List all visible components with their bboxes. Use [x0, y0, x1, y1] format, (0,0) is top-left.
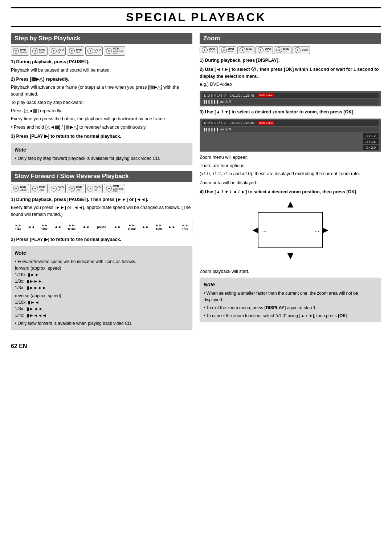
- dvd-display-mockup-2: 1/ 1/ 5 ▽ 1/ 5 ▽ 0:01:00 / 1:23:45 DVD V…: [200, 118, 381, 152]
- note-fwd-speed-label: forward (approx. speed): [15, 265, 188, 271]
- zoom-options-detail: (x1.0, x1.2, x1.5 and x2.0), these are d…: [200, 170, 381, 177]
- left-column: Step by Step Playback DVDVIDEO DVD+RW DV…: [11, 33, 192, 336]
- zoom-options-note: There are four options: [200, 162, 381, 169]
- page-title: SPECIAL PLAYBACK: [11, 7, 381, 27]
- disc-dvd-rw-plus-2: DVD+RW: [30, 184, 48, 193]
- disc-dvd-r-minus-3: DVD-R: [274, 46, 291, 54]
- backward-intro: To play back step by step backward:: [11, 99, 192, 106]
- page-footer: 62 EN: [11, 343, 381, 350]
- zoom-note-1: • When selecting a smaller factor than t…: [204, 290, 377, 303]
- step-by-step-note: Note • Only step by step forward playbac…: [11, 143, 192, 165]
- zoom-step3-title: 3) Use [▲ / ▼] to select a desired zoom …: [200, 109, 355, 114]
- disc-vcd-2: VCDWITHOUTPBC: [104, 184, 125, 193]
- display-time-2: 0:01:00 / 1:23:45: [230, 121, 254, 125]
- zoom-step4-title: 4) Use [▲ / ▼ / ◄ / ►] to select a desir…: [200, 189, 358, 194]
- zoom-playback-text: Zoom playback will start.: [200, 268, 381, 275]
- dvd-display-mockup-1: 1/ 1/ 5 ▽ 1/ 5 ▽ 0:01:00 / 1:23:45 DVD V…: [200, 91, 381, 106]
- disc-dvd-video: DVDVIDEO: [11, 46, 29, 56]
- note-label-3: Note: [204, 281, 377, 289]
- disc-dvd-rw-minus: DVD-RW: [67, 46, 84, 56]
- zoom-option-2x0: □ x 2.0: [363, 145, 379, 150]
- disc-dvd-r-minus-2: DVD-R: [85, 184, 103, 193]
- zoom-step3-wrapper: 3) Use [▲ / ▼] to select a desired zoom …: [200, 109, 381, 116]
- zoom-area-text: Zoom area will be displayed.: [200, 180, 381, 186]
- slow-step2: 2) Press [PLAY ▶] to return to the norma…: [11, 236, 192, 243]
- up-arrow-icon: ▲: [285, 199, 295, 209]
- display-time-1: 0:01:00 / 1:23:45: [230, 94, 254, 97]
- disc-dvd-r-plus-2: DVD+R: [49, 184, 66, 193]
- zoom-note-2: • To exit the zoom menu, press [DISPLAY]…: [204, 305, 377, 311]
- zoom-option-1x2: □ x 1.2: [363, 133, 379, 138]
- note-rev-1-16: 1/16x: ▮►◄: [15, 299, 188, 306]
- disc-dvd-video-2: DVDVIDEO: [11, 184, 29, 193]
- zoom-step2-title: 2) Use [◄ / ►] to select Ⓥ , then press …: [200, 67, 379, 79]
- left-arrow-icon: ◄: [250, 224, 261, 236]
- step1-body: Playback will be paused and sound will b…: [11, 67, 192, 74]
- left-dots: …: [262, 227, 266, 233]
- step-by-step-section: Step by Step Playback DVDVIDEO DVD+RW DV…: [11, 33, 192, 165]
- step-by-step-instructions: 1) During playback, press [PAUSEⅡ]. Play…: [11, 59, 192, 140]
- disc-dvd-r-plus: DVD+R: [49, 46, 66, 56]
- right-column: Zoom DVDVIDEO DVD+RW DVD+R DVD-RW: [200, 33, 381, 336]
- zoom-title: Zoom: [200, 33, 381, 44]
- zoom-note: Note • When selecting a smaller factor t…: [200, 278, 381, 322]
- step2-title: 2) Press [▩▶△] repeatedly.: [11, 77, 69, 82]
- zoom-position-diagram: ▲ ▼ ◄ … ► …: [250, 199, 330, 261]
- note-label-1: Note: [15, 146, 188, 154]
- display-dvd-label-2: DVD Video: [258, 121, 274, 125]
- right-dots: …: [314, 227, 319, 233]
- note-fwd-1-8: 1/8x: ▮►►►: [15, 278, 188, 285]
- disc-dvd-rw-plus: DVD+RW: [30, 46, 48, 56]
- zoom-option-1x5: □ x 1.5: [363, 139, 379, 144]
- zoom-box: [258, 212, 323, 248]
- disc-icons-row1: DVDVIDEO DVD+RW DVD+R DVD-RW DVD-R: [11, 46, 192, 56]
- disc-icons-row2: DVDVIDEO DVD+RW DVD+R DVD-RW DVD-R: [11, 184, 192, 193]
- slow-forward-section: Slow Forward / Slow Reverse Playback DVD…: [11, 171, 192, 330]
- right-arrow-icon: ►: [320, 224, 330, 236]
- zoom-step1-title: 1) During playback, press [DISPLAY].: [200, 58, 279, 63]
- disc-icons-row3: DVDVIDEO DVD+RW DVD+R DVD-RW DVD-R: [200, 46, 381, 54]
- note-label-2: Note: [15, 249, 188, 257]
- note-body-1: • Only step by step forward playback is …: [15, 155, 188, 162]
- disc-dvd-rw-plus-3: DVD+RW: [219, 46, 236, 54]
- display-info-1: 1/ 1/ 5 ▽ 1/ 5 ▽: [204, 94, 226, 97]
- slow-step2-title: 2) Press [PLAY ▶] to return to the norma…: [11, 237, 121, 242]
- disc-dvd-r-plus-3: DVD+R: [237, 46, 255, 54]
- zoom-menu-appear: Zoom menu will appear.: [200, 154, 381, 161]
- disc-dvd-rw-minus-2: DVD-RW: [67, 184, 84, 193]
- step2-body: Playback will advance one frame (or step…: [11, 84, 192, 98]
- display-controls-2: ▌▌ ▌ ▌ ▌ ▌ NR Ⓥ 🔍: [204, 128, 232, 132]
- zoom-section: Zoom DVDVIDEO DVD+RW DVD+R DVD-RW: [200, 33, 381, 322]
- slow-forward-note: Note • Forward/reverse speed will be ind…: [11, 246, 192, 330]
- slow-forward-title: Slow Forward / Slow Reverse Playback: [11, 171, 192, 182]
- disc-dvd-r-minus: DVD-R: [85, 46, 103, 56]
- note-slow-fwd-only: • Only slow forward is available when pl…: [15, 320, 188, 327]
- display-info-2: 1/ 1/ 5 ▽ 1/ 5 ▽: [204, 121, 226, 125]
- slow-step1-title: 1) During playback, press [PAUSEⅡ]. Then…: [11, 197, 148, 202]
- backward-body: Every time you press the button, the pla…: [11, 116, 192, 122]
- step1-title: 1) During playback, press [PAUSEⅡ].: [11, 59, 89, 64]
- step3-title: 3) Press [PLAY ▶] to return to the norma…: [11, 134, 121, 139]
- note-fwd-1-3: 1/3x: ▮►►►►: [15, 285, 188, 291]
- note-rev-1-8: 1/8x: ▮►◄◄: [15, 306, 188, 312]
- zoom-menu-info: Zoom menu will appear. There are four op…: [200, 154, 381, 196]
- slow-forward-instructions: 1) During playback, press [PAUSEⅡ]. Then…: [11, 196, 192, 218]
- speed-diagram: ►► 1/4x ◄◄ ►► 1/8x ◄◄ ►► 1/16x ◄◄ pause: [11, 221, 192, 233]
- step-by-step-title: Step by Step Playback: [11, 33, 192, 44]
- hold-note: • Press and hold [△◄▩] / [▩▶△] to revers…: [11, 124, 192, 131]
- zoom-playback-start: Zoom playback will start.: [200, 268, 381, 275]
- display-controls: ▌▌ ▌ ▌ ▌ ▌ NR Ⓥ 🔍: [204, 100, 232, 104]
- zoom-instructions: 1) During playback, press [DISPLAY]. 2) …: [200, 57, 381, 88]
- note-rev-1-4: 1/4x: ▮►◄◄◄: [15, 312, 188, 319]
- disc-dvd-video-3: DVDVIDEO: [200, 46, 218, 54]
- slow-step1-body: Every time you press [►►] or [◄◄], appro…: [11, 204, 192, 218]
- down-arrow-icon: ▼: [285, 251, 295, 261]
- zoom-note-3: • To cancel the zoom function, select “x…: [204, 313, 377, 319]
- note-rev-speed-label: reverse (approx. speed): [15, 293, 188, 299]
- backward-press: Press [△◄▩] repeatedly.: [11, 108, 192, 114]
- disc-vcd: VCDWITHOUTPBC: [104, 46, 125, 56]
- note-fwd-intro: • Forward/reverse speed will be indicate…: [15, 258, 188, 265]
- disc-dvd-rw-minus-3: DVD-RW: [256, 46, 273, 54]
- disc-vcd-3: VCD: [293, 46, 310, 54]
- zoom-step2-eg: e.g.) DVD-video: [200, 81, 381, 88]
